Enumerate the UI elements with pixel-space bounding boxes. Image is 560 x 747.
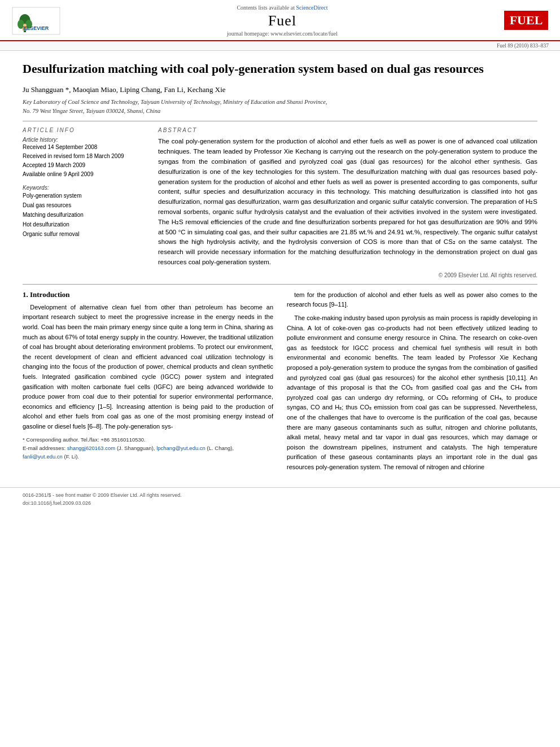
divider-1 [23,121,537,121]
keywords-block: Keywords: Poly-generation system Dual ga… [23,185,147,239]
history-available: Available online 9 April 2009 [23,170,147,179]
email-shangguan[interactable]: shanggj620163.com [67,445,116,451]
history-accepted: Accepted 19 March 2009 [23,161,147,170]
fuel-logo-box: FUEL [504,11,549,30]
authors: Ju Shangguan *, Maoqian Miao, Liping Cha… [23,85,537,94]
history-received: Received 14 September 2008 [23,143,147,152]
elsevier-logo: ELSEVIER [11,6,61,36]
article-title: Desulfurization matching with coal poly-… [23,61,537,77]
contents-available-label: Contents lists available at ScienceDirec… [61,5,504,11]
body-col-right: tem for the production of alcohol and et… [287,290,537,476]
keyword-1: Poly-generation system [23,191,147,200]
page: ELSEVIER Contents lists available at Sci… [0,0,560,747]
article-info-col: ARTICLE INFO Article history: Received 1… [23,127,147,278]
footnote-emails: E-mail addresses: shanggj620163.com (J. … [23,444,273,461]
journal-header: ELSEVIER Contents lists available at Sci… [0,0,560,41]
history-label: Article history: [23,137,147,143]
keyword-4: Hot desulfurization [23,220,147,229]
email-fanli[interactable]: fanli@yut.edu.cn [23,453,63,460]
sciencedirect-link[interactable]: ScienceDirect [296,5,327,11]
footnote-corresponding: * Corresponding author. Tel./fax: +86 35… [23,435,273,444]
article-info-abstract: ARTICLE INFO Article history: Received 1… [23,127,537,278]
svg-text:ELSEVIER: ELSEVIER [24,25,49,31]
email-lpchang[interactable]: lpchang@yut.edu.cn [156,445,205,451]
intro-text-right: tem for the production of alcohol and et… [287,290,537,473]
keywords-label: Keywords: [23,185,147,191]
footer-left: 0016-2361/$ - see front matter © 2009 El… [23,491,182,508]
journal-title: Fuel [61,12,504,29]
copyright-line: © 2009 Elsevier Ltd. All rights reserved… [158,272,537,278]
body-two-col: 1. Introduction Development of alternati… [23,290,537,476]
footnote-block: * Corresponding author. Tel./fax: +86 35… [23,435,273,461]
intro-text-left: Development of alternative clean fuel fr… [23,303,273,432]
journal-citation: Fuel 89 (2010) 833–837 [497,43,549,49]
keyword-5: Organic sulfur removal [23,229,147,239]
abstract-title: ABSTRACT [158,127,537,133]
article-info-title: ARTICLE INFO [23,127,147,133]
main-content: Desulfurization matching with coal poly-… [0,51,560,487]
journal-header-center: Contents lists available at ScienceDirec… [61,5,504,37]
article-history: Article history: Received 14 September 2… [23,137,147,179]
keyword-3: Matching desulfurization [23,210,147,220]
body-col-left: 1. Introduction Development of alternati… [23,290,273,476]
journal-homepage: journal homepage: www.elsevier.com/locat… [61,30,504,37]
journal-info-bar: Fuel 89 (2010) 833–837 [0,41,560,51]
intro-heading: 1. Introduction [23,290,273,299]
fuel-logo-container: FUEL [504,11,549,31]
footer-license: 0016-2361/$ - see front matter © 2009 El… [23,491,182,499]
divider-2 [23,284,537,285]
keyword-2: Dual gas resources [23,200,147,210]
footer-doi: doi:10.1016/j.fuel.2009.03.026 [23,499,182,507]
abstract-text: The coal poly-generation system for the … [158,137,537,268]
page-footer: 0016-2361/$ - see front matter © 2009 El… [0,487,560,511]
affiliation: Key Laboratory of Coal Science and Techn… [23,98,537,116]
history-revised: Received in revised form 18 March 2009 [23,152,147,161]
abstract-col: ABSTRACT The coal poly-generation system… [158,127,537,278]
